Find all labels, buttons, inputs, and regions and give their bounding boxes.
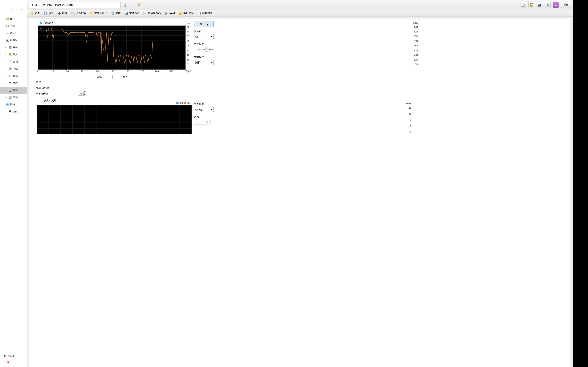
row-label: 4KB 随机单 (36, 86, 78, 90)
folder-icon: ⬇️ (9, 67, 12, 70)
mouse-cursor-icon: ✦ (206, 23, 209, 27)
sidebar-item-label: 图片 (10, 17, 15, 20)
tab[interactable]: 🔊AAM (163, 10, 177, 17)
sidebar-item[interactable]: › 📄 文档 (0, 58, 27, 65)
caret-icon: ⌄ (2, 39, 4, 41)
filelen-unit: MB (209, 48, 213, 51)
caret-icon: › (5, 82, 7, 84)
row-label: 4KB 随机多 (36, 92, 78, 95)
sidebar-item-label: DES (13, 110, 18, 113)
toolbar: PLEXTOR PX-2TM10PGN (2048 gB) ▾ 🌡️ — 🔆 📋… (27, 0, 236, 10)
tab-icon: 🔊 (164, 11, 168, 15)
delay-input[interactable] (194, 120, 209, 125)
tab-label: 擦除 (116, 12, 121, 15)
tab[interactable]: ℹ️信息 (42, 10, 55, 17)
sidebar-item-label: 视频 (13, 46, 18, 49)
tab-label: 健康 (62, 12, 67, 15)
tab-bar: 💡基准ℹ️信息➕健康🔍错误扫描📁文件夹使用🗑️擦除📊文件基准📈磁盘监视器🔊AAM… (27, 10, 236, 17)
sidebar-item-label: OneD (10, 32, 17, 34)
tab-label: AAM (169, 12, 175, 15)
sidebar-item[interactable]: › 🖥️ 桌面 (0, 80, 27, 87)
chevron-down-icon: ▾ (211, 61, 212, 64)
caret-icon: ⌄ (2, 104, 4, 106)
folder-icon: 🖥️ (9, 110, 12, 113)
block-size-checkbox[interactable] (40, 99, 42, 102)
tab[interactable]: 📊文件基准 (123, 10, 141, 17)
tab[interactable]: ➕健康 (55, 10, 69, 17)
datamode-select[interactable]: 随机▾ (194, 60, 214, 65)
legend-write-swatch (184, 102, 186, 104)
sidebar-item[interactable]: › 💽 本地 (0, 87, 27, 94)
stop-button[interactable]: 停止 ✦ (194, 21, 214, 27)
tab-label: 错误扫描 (76, 12, 86, 15)
chart2-legend: 读取 写入 (176, 102, 191, 105)
sidebar-item[interactable]: › 🎵 音乐 (0, 72, 27, 80)
tab-label: 基准 (35, 12, 40, 15)
drive-dropdown-value: PLEXTOR PX-2TM10PGN (2048 gB) (30, 3, 73, 6)
filelen-spinner[interactable]: ▲▼ (206, 47, 208, 51)
tab-icon: ➕ (57, 11, 61, 15)
tab-icon: 📊 (125, 11, 128, 15)
right-controls: 停止 ✦ 驱动器 C:▾ 文件长度 ▲▼ MB 数据模式 随机▾ 文件长度 64… (194, 21, 218, 125)
folder-icon: 🌐 (6, 103, 9, 106)
tab-label: 额外测试 (202, 12, 212, 15)
tab-label: 磁盘监视器 (148, 12, 161, 15)
col-read: 读取 (87, 75, 112, 79)
filelen2-select[interactable]: 64 MB▾ (194, 107, 214, 112)
folder-icon: 🖼️ (9, 53, 12, 56)
sidebar-item[interactable]: › 🖼️ 图片 (0, 51, 27, 58)
filelen-input[interactable] (194, 47, 206, 52)
tab[interactable]: 🔍错误扫描 (69, 10, 88, 17)
sidebar-item-label: 网络 (10, 103, 15, 106)
drive-field-label: 驱动器 (194, 30, 218, 33)
chevron-down-icon: ▾ (211, 108, 212, 111)
caret-icon: › (5, 89, 7, 91)
drive-select[interactable]: C:▾ (194, 34, 214, 39)
caret-icon: › (5, 47, 7, 49)
sidebar-item[interactable]: 🖼️ 图片 (0, 15, 27, 22)
sidebar-item[interactable]: ☁️ OneD (0, 30, 27, 37)
tab[interactable]: 📈磁盘监视器 (141, 10, 163, 17)
table-row: 4KB 随机多 ▲▼ (36, 91, 145, 97)
folder-icon: ☁️ (6, 32, 9, 34)
transfer-speed-checkbox[interactable] (40, 22, 42, 24)
sidebar-item[interactable]: ⌄ 💻 此电脑 (0, 37, 27, 44)
tab[interactable]: 🗑️擦除 (109, 10, 123, 17)
sidebar-item[interactable]: › ⬇️ 下载 (0, 65, 27, 72)
caret-icon: › (5, 97, 7, 98)
sidebar-item[interactable]: 🖥️ DES (0, 108, 27, 115)
back-icon[interactable]: ← (11, 8, 14, 11)
chevron-down-icon: ▾ (118, 4, 119, 6)
tab-icon: 🗑️ (111, 11, 115, 15)
sidebar-item[interactable]: ⬇️ 下载 (0, 22, 27, 30)
tab[interactable]: 🔀随机访问 (177, 10, 196, 17)
delay-spinner[interactable]: ▲▼ (209, 120, 211, 124)
tab[interactable]: 💡基准 (28, 10, 42, 17)
queue-depth-input[interactable] (78, 92, 84, 96)
explorer-sidebar: ← → 🖼️ 图片 ⬇️ 下载 ☁️ OneD⌄ 💻 此电脑› 🎞️ (0, 0, 27, 146)
forward-icon[interactable]: → (20, 8, 23, 11)
sidebar-item[interactable]: › 💽 新加 (0, 94, 27, 101)
tab-icon: 🔍 (71, 11, 75, 15)
hdtune-window: PLEXTOR PX-2TM10PGN (2048 gB) ▾ 🌡️ — 🔆 📋… (27, 0, 236, 146)
legend-read-swatch (176, 102, 179, 104)
table-row: 4KB 随机单 (36, 85, 145, 91)
folder-icon: 💽 (9, 89, 12, 92)
caret-icon: › (5, 54, 7, 56)
tab[interactable]: 📋额外测试 (196, 10, 214, 17)
temp-reading: — (130, 3, 134, 7)
drive-dropdown[interactable]: PLEXTOR PX-2TM10PGN (2048 gB) ▾ (29, 2, 121, 8)
sidebar-item[interactable]: › 🎞️ 视频 (0, 44, 27, 51)
legend-write-label: 写入 (187, 102, 191, 105)
tab-label: 文件夹使用 (95, 12, 107, 15)
transfer-speed-label: 传输速度 (44, 21, 54, 25)
tab-icon: 🔀 (179, 11, 182, 15)
sidebar-item[interactable]: ⌄ 🌐 网络 (0, 101, 27, 108)
col-write: 写入 (112, 75, 138, 79)
folder-icon: 💽 (9, 96, 12, 99)
folder-icon: 🖼️ (6, 17, 9, 20)
tab-label: 文件基准 (129, 12, 139, 15)
queue-depth-spinner[interactable]: ▲▼ (78, 92, 86, 96)
caret-icon: › (5, 68, 7, 70)
tab[interactable]: 📁文件夹使用 (88, 10, 109, 17)
